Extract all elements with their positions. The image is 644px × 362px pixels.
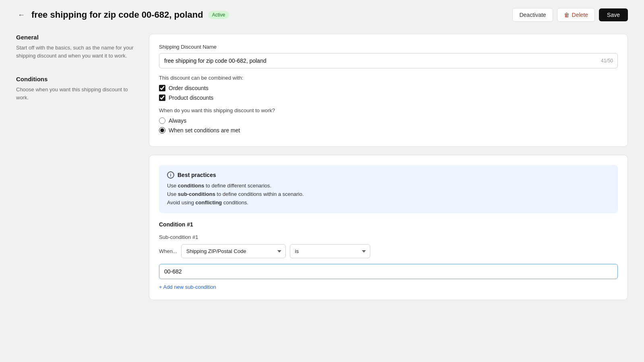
page-header: ← free shipping for zip code 00-682, pol… [16, 8, 628, 22]
bp-line1: Use conditions to define different scena… [167, 183, 271, 189]
when-text: When... [159, 248, 177, 254]
general-section-description: Start off with the basics, such as the n… [16, 44, 137, 60]
order-discounts-checkbox-item: Order discounts [159, 85, 618, 91]
order-discounts-label[interactable]: Order discounts [169, 85, 208, 91]
delete-button[interactable]: 🗑 Delete [557, 8, 595, 22]
best-practices-text: Use conditions to define different scena… [167, 182, 610, 207]
condition-1-title: Condition #1 [159, 221, 618, 228]
conditions-met-radio-item: When set conditions are met [159, 127, 618, 134]
conditions-section-label: Conditions Choose when you want this shi… [16, 76, 137, 101]
always-label[interactable]: Always [169, 117, 186, 124]
order-discounts-checkbox[interactable] [159, 85, 165, 91]
when-row: When... Shipping ZIP/Postal Code Shippin… [159, 244, 618, 258]
when-work-label: When do you want this shipping discount … [159, 107, 618, 113]
info-icon: i [167, 171, 174, 179]
product-discounts-checkbox[interactable] [159, 95, 165, 101]
is-condition-select[interactable]: is is not contains starts with ends with [290, 244, 370, 258]
add-sub-condition-label: + Add new sub-condition [159, 284, 216, 290]
combine-label: This discount can be combined with: [159, 75, 618, 81]
conditions-section-title: Conditions [16, 76, 137, 82]
general-card: Shipping Discount Name 41/50 This discou… [149, 34, 628, 147]
status-badge: Active [208, 11, 229, 19]
bp-line3: Avoid using conflicting conditions. [167, 200, 248, 206]
always-radio-item: Always [159, 117, 618, 124]
page-title: free shipping for zip code 00-682, polan… [31, 10, 203, 20]
content: General Start off with the basics, such … [16, 34, 628, 300]
general-section-title: General [16, 34, 137, 41]
name-label: Shipping Discount Name [159, 44, 618, 50]
header-left: ← free shipping for zip code 00-682, pol… [16, 9, 229, 21]
conditions-section-description: Choose when you want this shipping disco… [16, 86, 137, 101]
deactivate-button[interactable]: Deactivate [512, 8, 553, 22]
best-practices-title-text: Best practices [178, 172, 216, 178]
conditions-met-label[interactable]: When set conditions are met [169, 127, 240, 134]
delete-label: Delete [572, 12, 588, 18]
general-section-label: General Start off with the basics, such … [16, 34, 137, 60]
name-input-wrapper: 41/50 [159, 53, 618, 68]
char-count: 41/50 [601, 58, 613, 64]
header-actions: Deactivate 🗑 Delete Save [512, 8, 628, 22]
sub-condition-1-title: Sub-condition #1 [159, 234, 618, 240]
zip-value-input[interactable] [159, 264, 618, 279]
product-discounts-label[interactable]: Product discounts [169, 95, 213, 101]
product-discounts-checkbox-item: Product discounts [159, 95, 618, 101]
conditions-met-radio[interactable] [159, 127, 165, 134]
trash-icon: 🗑 [564, 12, 570, 18]
sidebar: General Start off with the basics, such … [16, 34, 137, 300]
bp-line2: Use sub-conditions to define conditions … [167, 191, 304, 197]
main-content: Shipping Discount Name 41/50 This discou… [149, 34, 628, 300]
discount-name-input[interactable] [159, 53, 618, 68]
conditions-card: i Best practices Use conditions to defin… [149, 155, 628, 300]
always-radio[interactable] [159, 117, 165, 124]
zip-condition-select[interactable]: Shipping ZIP/Postal Code Shipping Countr… [181, 244, 286, 258]
back-button[interactable]: ← [16, 9, 27, 21]
best-practices-box: i Best practices Use conditions to defin… [159, 165, 618, 213]
add-sub-condition-button[interactable]: + Add new sub-condition [159, 284, 216, 290]
best-practices-title: i Best practices [167, 171, 610, 179]
save-button[interactable]: Save [599, 8, 628, 21]
